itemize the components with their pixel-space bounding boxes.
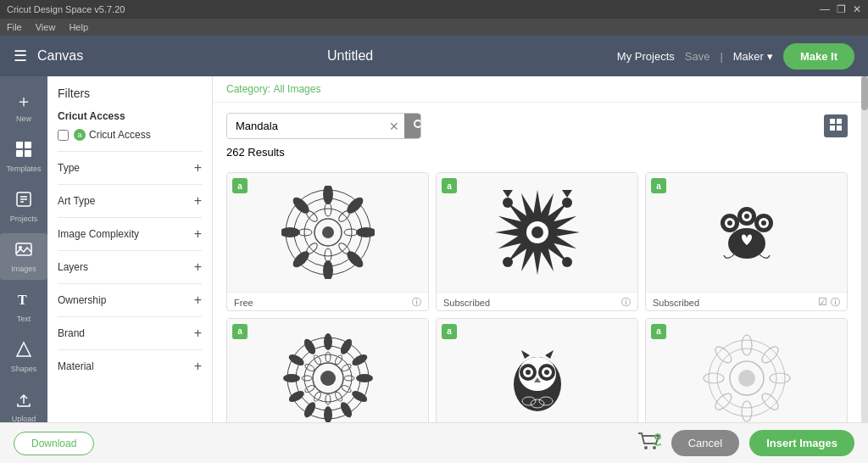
mandala-image-2: [491, 186, 584, 279]
cricut-access-section: Cricut Access a Cricut Access: [58, 110, 202, 141]
projects-label: Projects: [10, 215, 38, 223]
svg-marker-113: [521, 350, 530, 359]
make-it-button[interactable]: Make It: [783, 43, 854, 70]
filter-ownership[interactable]: Ownership +: [58, 283, 202, 316]
filter-material-label: Material: [58, 360, 94, 372]
maker-dropdown[interactable]: Maker ▾: [733, 50, 773, 63]
menu-view[interactable]: View: [36, 22, 56, 32]
sidebar-item-images[interactable]: Images: [0, 233, 47, 280]
clear-search-button[interactable]: ✕: [384, 120, 404, 133]
sidebar-item-templates[interactable]: Templates: [0, 133, 47, 180]
filter-material-expand[interactable]: +: [194, 359, 202, 374]
sidebar-item-text[interactable]: T Text: [0, 283, 47, 330]
filter-art-type-expand[interactable]: +: [194, 193, 202, 209]
window-controls[interactable]: — ❐ ✕: [820, 3, 861, 15]
hamburger-menu[interactable]: ☰: [14, 47, 27, 65]
download-button[interactable]: Download: [14, 432, 94, 455]
filter-ownership-label: Ownership: [58, 294, 106, 306]
filter-image-complexity-expand[interactable]: +: [194, 226, 202, 242]
svg-point-24: [323, 186, 333, 204]
top-nav-left: ☰ Canvas: [14, 47, 83, 65]
filter-art-type[interactable]: Art Type +: [58, 184, 202, 217]
svg-point-92: [326, 352, 331, 362]
grid-view-button[interactable]: [824, 114, 848, 137]
card-label-2: Subscribed: [443, 298, 490, 308]
svg-point-80: [324, 333, 332, 350]
sidebar-item-shapes[interactable]: Shapes: [0, 333, 47, 380]
card-footer-1: Free ⓘ: [227, 292, 428, 311]
category-prefix: Category:: [226, 83, 270, 95]
info-icon-2[interactable]: ⓘ: [621, 296, 631, 309]
image-card-1[interactable]: a: [226, 172, 429, 311]
images-icon: [14, 240, 33, 263]
svg-point-121: [738, 370, 755, 387]
filter-brand[interactable]: Brand +: [58, 316, 202, 349]
cancel-button[interactable]: Cancel: [671, 430, 739, 456]
info-icon-3[interactable]: ⓘ: [831, 296, 840, 309]
svg-point-126: [742, 401, 752, 421]
cart-icon[interactable]: [637, 432, 661, 455]
save-button[interactable]: Save: [685, 50, 710, 63]
filter-layers[interactable]: Layers +: [58, 250, 202, 283]
svg-point-87: [302, 400, 318, 419]
svg-rect-15: [830, 119, 835, 124]
cricut-access-text: Cricut Access: [89, 129, 151, 141]
menu-help[interactable]: Help: [69, 22, 88, 32]
svg-point-29: [290, 248, 311, 270]
projects-icon: [14, 190, 33, 213]
search-input[interactable]: [227, 114, 384, 137]
card-footer-icons-2: ⓘ: [621, 296, 631, 309]
card-badge-3: a: [651, 178, 666, 193]
card-footer-icons-1: ⓘ: [412, 296, 421, 309]
svg-rect-17: [830, 126, 835, 131]
minimize-btn[interactable]: —: [820, 3, 830, 15]
filter-type[interactable]: Type +: [58, 151, 202, 184]
filter-type-expand[interactable]: +: [194, 160, 202, 176]
svg-point-123: [759, 343, 780, 365]
restore-btn[interactable]: ❐: [837, 3, 846, 15]
top-nav: ☰ Canvas Untitled My Projects Save | Mak…: [0, 36, 868, 76]
my-projects-button[interactable]: My Projects: [617, 50, 675, 63]
close-btn[interactable]: ✕: [853, 3, 861, 15]
search-area: ✕: [213, 103, 861, 146]
svg-point-34: [344, 229, 358, 236]
search-button[interactable]: [404, 114, 421, 138]
right-scrollbar[interactable]: [861, 76, 868, 463]
svg-point-79: [320, 371, 336, 386]
content-area: Category: All Images ✕: [213, 76, 861, 463]
document-title: Untitled: [327, 48, 373, 64]
svg-marker-55: [495, 228, 520, 237]
menu-file[interactable]: File: [7, 22, 22, 32]
card-img-3: a: [646, 173, 847, 292]
svg-point-30: [281, 227, 300, 237]
image-card-3[interactable]: a: [645, 172, 848, 311]
filter-layers-expand[interactable]: +: [194, 259, 202, 275]
filter-ownership-expand[interactable]: +: [194, 293, 202, 308]
cricut-access-label: a Cricut Access: [74, 129, 151, 141]
check-icon-3[interactable]: ☑: [818, 296, 827, 309]
card-img-4: a: [227, 319, 428, 438]
mandala-image-6: [700, 332, 793, 425]
filter-brand-expand[interactable]: +: [194, 326, 202, 341]
chevron-down-icon: ▾: [767, 50, 773, 63]
svg-point-61: [503, 257, 513, 267]
image-card-2[interactable]: a: [436, 172, 638, 311]
svg-point-84: [350, 388, 369, 404]
cricut-access-toggle[interactable]: [58, 130, 69, 141]
sidebar-item-projects[interactable]: Projects: [0, 183, 47, 230]
scrollbar-thumb[interactable]: [861, 76, 868, 110]
card-img-1: a: [227, 173, 428, 292]
filter-image-complexity[interactable]: Image Complexity +: [58, 217, 202, 250]
category-label[interactable]: All Images: [273, 83, 320, 95]
filter-layers-label: Layers: [58, 261, 88, 273]
insert-images-button[interactable]: Insert Images: [749, 430, 854, 456]
category-bar: Category: All Images: [213, 76, 861, 103]
cricut-access-checkbox[interactable]: a Cricut Access: [58, 129, 202, 141]
svg-point-81: [338, 337, 354, 355]
filter-material[interactable]: Material +: [58, 349, 202, 382]
sidebar-item-new[interactable]: ＋ New: [0, 83, 47, 130]
bottom-bar: Download Cancel Insert Images: [0, 422, 868, 463]
mandala-image-3: [700, 186, 793, 279]
svg-point-90: [287, 352, 305, 368]
info-icon-1[interactable]: ⓘ: [412, 296, 421, 309]
